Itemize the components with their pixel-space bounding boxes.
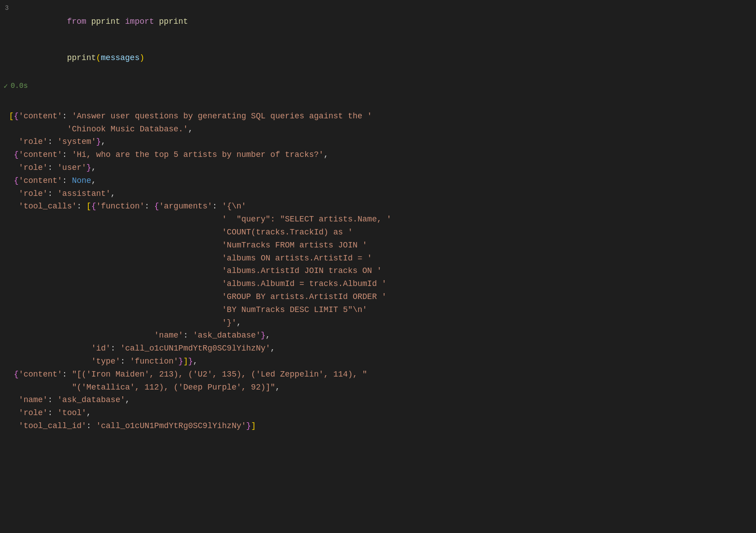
out-line-10: 'COUNT(tracks.TrackId) as ' (9, 228, 353, 237)
close-paren: ) (139, 53, 144, 62)
check-icon: ✓ (4, 82, 8, 91)
out-line-1: [{'content': 'Answer user questions by g… (9, 112, 372, 121)
code-cell[interactable]: 3 from pprint import pprint pprint(messa… (0, 0, 756, 80)
out-line-7: 'role': 'assistant', (9, 189, 116, 198)
out-line-20: 'type': 'function'}]}, (9, 357, 198, 366)
execution-time: 0.0s (11, 82, 28, 90)
keyword-from: from (67, 17, 91, 26)
call-pprint: pprint (67, 53, 96, 62)
out-line-19: 'id': 'call_o1cUN1PmdYtRg0SC9lYihzNy', (9, 344, 275, 353)
func-pprint: pprint (159, 17, 188, 26)
out-line-18: 'name': 'ask_database'}, (9, 331, 270, 340)
out-line-21: {'content': "[('Iron Maiden', 213), ('U2… (9, 370, 367, 379)
out-line-16: 'BY NumTracks DESC LIMIT 5"\n' (9, 305, 367, 314)
keyword-import: import (120, 17, 159, 26)
out-line-2: 'Chinook Music Database.', (9, 125, 193, 134)
out-line-4: {'content': 'Hi, who are the top 5 artis… (9, 150, 328, 159)
open-paren: ( (96, 53, 101, 62)
out-line-25: 'tool_call_id': 'call_o1cUN1PmdYtRg0SC9l… (9, 421, 256, 430)
out-line-11: 'NumTracks FROM artists JOIN ' (9, 241, 367, 250)
out-line-13: 'albums.ArtistId JOIN tracks ON ' (9, 266, 382, 275)
out-line-12: 'albums ON artists.ArtistId = ' (9, 254, 372, 263)
var-messages: messages (101, 53, 139, 62)
module-pprint: pprint (91, 17, 120, 26)
code-line-1: from pprint import pprint (28, 4, 756, 40)
out-line-23: 'name': 'ask_database', (9, 395, 130, 404)
out-line-15: 'GROUP BY artists.ArtistId ORDER ' (9, 292, 387, 301)
cell-number: 3 (5, 4, 9, 12)
out-line-5: 'role': 'user'}, (9, 163, 96, 172)
output-area: [{'content': 'Answer user questions by g… (0, 92, 756, 455)
out-line-14: 'albums.AlbumId = tracks.AlbumId ' (9, 279, 387, 288)
cell-status: ✓ 0.0s (0, 80, 756, 92)
out-line-22: "('Metallica', 112), ('Deep Purple', 92)… (9, 383, 280, 392)
out-line-6: {'content': None, (9, 176, 96, 185)
out-line-17: '}', (9, 318, 242, 327)
out-line-3: 'role': 'system'}, (9, 137, 106, 146)
notebook: 3 from pprint import pprint pprint(messa… (0, 0, 756, 533)
out-line-24: 'role': 'tool', (9, 408, 91, 417)
out-line-9: ' "query": "SELECT artists.Name, ' (9, 215, 391, 224)
out-line-8: 'tool_calls': [{'function': {'arguments'… (9, 202, 246, 211)
code-line-2: pprint(messages) (28, 40, 756, 76)
